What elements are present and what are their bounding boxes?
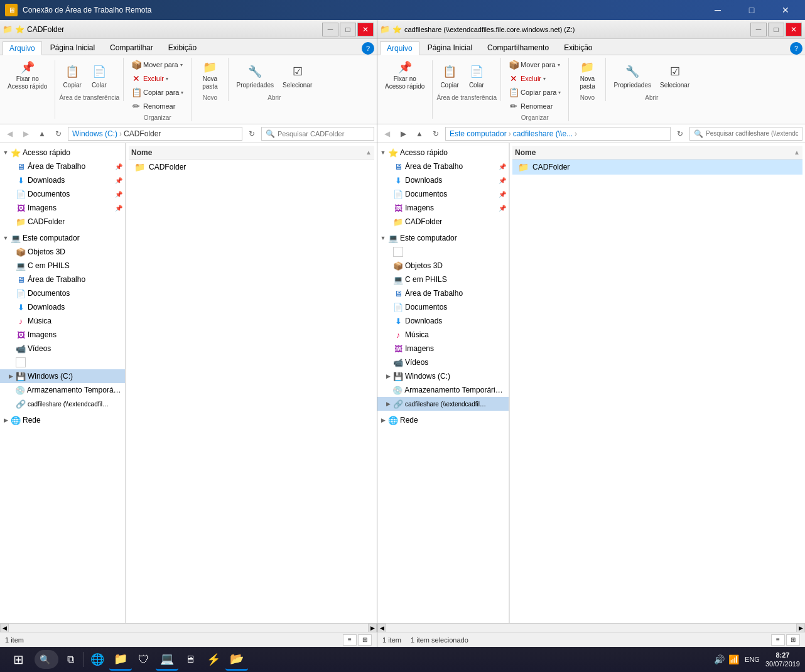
right-tree-downloads[interactable]: ⬇ Downloads 📌 [377,173,509,187]
taskbar-security[interactable]: 🛡 [132,648,155,671]
right-tree-imagens[interactable]: 🖼 Imagens 📌 [377,201,509,215]
right-close-btn[interactable]: ✕ [786,23,802,36]
right-rename-btn[interactable]: ✏ Renomear [505,99,556,113]
right-select-btn[interactable]: ☑ Selecionar [656,58,693,93]
right-tree-musica[interactable]: ♪ Música [377,328,509,342]
network-icon-taskbar[interactable]: 📶 [728,654,739,664]
left-tree-drive-z[interactable]: 🔗 cadfileshare (\\extendcadfiles.file.co… [0,397,125,411]
left-forward-btn[interactable]: ▶ [19,127,33,141]
right-newfolder-btn[interactable]: 📁 Novapasta [573,58,602,93]
left-tree-documentos2[interactable]: 📄 Documentos [0,286,125,300]
left-tree-area-trabalho[interactable]: 🖥 Área de Trabalho [0,273,125,286]
left-rename-btn[interactable]: ✏ Renomear [127,99,179,113]
right-tree-network[interactable]: ▶ 🌐 Rede [377,413,509,427]
right-search-box[interactable]: 🔍 [689,127,802,141]
right-tree-area-trabalho[interactable]: 🖥 Área de Trabalho [377,286,509,300]
left-scrollbar-h[interactable]: ◀ ▶ [0,623,377,632]
taskbar-terminal[interactable]: 🖥 [179,648,202,671]
right-scrollbar-h[interactable]: ◀ ▶ [377,623,805,632]
left-tree-imagens2[interactable]: 🖼 Imagens [0,328,125,342]
left-maximize-btn[interactable]: □ [340,23,356,36]
left-minimize-btn[interactable]: ─ [322,23,338,36]
left-view-icons-btn[interactable]: ⊞ [358,634,372,646]
task-view-btn[interactable]: ⧉ [59,648,82,671]
right-tab-arquivo[interactable]: Arquivo [380,41,419,55]
left-tree-imagens[interactable]: 🖼 Imagens 📌 [0,201,125,215]
left-copy-btn[interactable]: 📋 Copiar [59,58,85,93]
left-view-details-btn[interactable]: ≡ [343,634,357,646]
maximize-button[interactable]: □ [737,1,766,19]
left-tab-pagina-inicial[interactable]: Página Inicial [43,41,102,55]
taskbar-folder2[interactable]: 📂 [225,648,248,671]
right-help-btn[interactable]: ? [790,42,802,55]
right-tree-drive-z[interactable]: ▶ 🔗 cadfileshare (\\extendcadfiles.file.… [377,397,509,411]
left-pin-btn[interactable]: 📌 Fixar noAcesso rápido [4,58,51,93]
left-tree-cadfolder-quick[interactable]: 📁 CADFolder [0,215,125,229]
left-tree-downloads2[interactable]: ⬇ Downloads [0,300,125,314]
left-delete-btn[interactable]: ✕ Excluir ▾ [127,72,172,85]
right-refresh-btn[interactable]: ↻ [429,127,443,141]
right-tree-downloads2[interactable]: ⬇ Downloads [377,314,509,328]
start-button[interactable]: ⊞ [3,647,34,672]
close-button[interactable]: ✕ [771,1,800,19]
right-tab-compartilhamento[interactable]: Compartilhamento [480,41,556,55]
right-tab-exibicao[interactable]: Exibição [557,41,599,55]
right-address-path[interactable]: Este computador › cadfileshare (\\e... › [445,127,671,141]
left-search-box[interactable]: 🔍 [261,127,374,141]
left-tree-windows-c[interactable]: ▶ 💾 Windows (C:) [0,369,125,383]
right-minimize-btn[interactable]: ─ [750,23,767,36]
left-up-btn[interactable]: ▲ [35,127,49,141]
left-refresh-btn[interactable]: ↻ [51,127,65,141]
right-tab-pagina-inicial[interactable]: Página Inicial [421,41,479,55]
right-file-cadfolder[interactable]: 📁 CADFolder [512,160,802,175]
left-tree-videos[interactable]: 📹 Vídeos [0,342,125,355]
right-tree-documentos2[interactable]: 📄 Documentos [377,300,509,314]
left-tree-c-em-phils[interactable]: 💻 C em PHILS [0,259,125,273]
right-tree-cadfolder-quick[interactable]: 📁 CADFolder [377,215,509,229]
taskbar-explorer[interactable]: 📁 [109,648,132,671]
volume-icon[interactable]: 🔊 [714,654,725,664]
right-paste-btn[interactable]: 📄 Colar [464,58,489,93]
left-copyto-btn[interactable]: 📋 Copiar para ▾ [127,85,187,99]
left-tab-arquivo[interactable]: Arquivo [3,41,42,55]
taskbar-search-btn[interactable]: 🔍 [35,650,58,669]
right-tree-videos[interactable]: 📹 Vídeos [377,355,509,369]
left-paste-btn[interactable]: 📄 Colar [87,58,112,93]
left-tree-this-pc[interactable]: ▼ 💻 Este computador [0,231,125,245]
right-tree-imagens2[interactable]: 🖼 Imagens [377,342,509,355]
left-address-path[interactable]: Windows (C:) › CADFolder [68,127,242,141]
left-tree-musica[interactable]: ♪ Música [0,314,125,328]
right-up-btn[interactable]: ▲ [413,127,426,141]
left-tree-quick-access[interactable]: ▼ ⭐ Acesso rápido [0,146,125,160]
left-tab-compartilhar[interactable]: Compartilhar [103,41,160,55]
right-tree-c-em-phils[interactable]: 💻 C em PHILS [377,273,509,286]
right-tree-windows-c[interactable]: ▶ 💾 Windows (C:) [377,369,509,383]
left-search-input[interactable] [278,130,370,138]
right-copyto-btn[interactable]: 📋 Copiar para ▾ [505,85,565,99]
right-tree-drive-d[interactable]: 💿 Armazenamento Temporário (D:) [377,383,509,397]
left-addr-refresh-btn[interactable]: ↻ [245,127,259,141]
left-newfolder-btn[interactable]: 📁 Novapasta [195,58,224,93]
right-delete-btn[interactable]: ✕ Excluir ▾ [505,72,549,85]
left-select-btn[interactable]: ☑ Selecionar [279,58,316,93]
left-back-btn[interactable]: ◀ [3,127,16,141]
right-properties-btn[interactable]: 🔧 Propriedades [610,58,654,93]
taskbar-edge[interactable]: 🌐 [86,648,109,671]
left-tab-exibicao[interactable]: Exibição [161,41,203,55]
right-tree-objects3d[interactable]: 📦 Objetos 3D [377,259,509,273]
left-tree-downloads[interactable]: ⬇ Downloads 📌 [0,173,125,187]
right-pin-btn[interactable]: 📌 Fixar noAcesso rápido [381,58,428,93]
right-tree-quick-access[interactable]: ▼ ⭐ Acesso rápido [377,146,509,160]
right-tree-this-pc[interactable]: ▼ 💻 Este computador [377,231,509,245]
taskbar-powershell[interactable]: ⚡ [202,648,225,671]
left-tree-documentos[interactable]: 📄 Documentos 📌 [0,187,125,201]
left-tree-drive-d[interactable]: 💿 Armazenamento Temporário (D:) [0,383,125,397]
right-back-btn[interactable]: ◀ [380,127,394,141]
right-view-details-btn[interactable]: ≡ [771,634,785,646]
left-tree-desktop[interactable]: 🖥 Área de Trabalho 📌 [0,160,125,173]
left-close-btn[interactable]: ✕ [357,23,374,36]
taskbar-time[interactable]: 8:27 30/07/2019 [763,651,802,669]
right-view-icons-btn[interactable]: ⊞ [786,634,800,646]
right-tree-documentos[interactable]: 📄 Documentos 📌 [377,187,509,201]
taskbar-rdp[interactable]: 💻 [156,648,178,671]
